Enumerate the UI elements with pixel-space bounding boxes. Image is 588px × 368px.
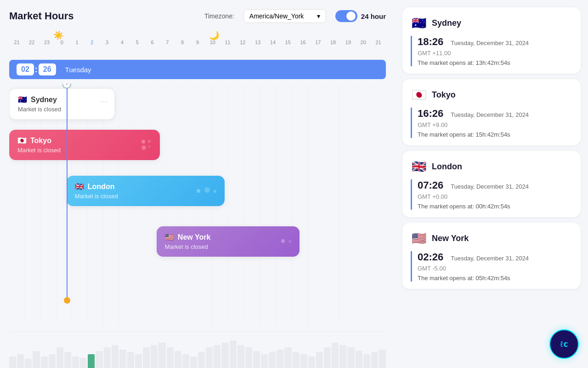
logo-text: ℓc [560,340,568,348]
ruler-hour-16: 13 [250,40,266,45]
chevron-down-icon: ▾ [317,12,320,20]
sydney-decorative: ● ● ● [100,96,107,104]
mic-flag-1: 🇯🇵 [411,86,427,103]
chart-bar-10 [88,354,95,368]
info-card-newyork[interactable]: 🇺🇸 New York 02:26 Tuesday, December 31, … [402,223,581,289]
sydney-status: Market is closed [18,106,106,113]
tokyo-card-title: 🇯🇵 Tokyo [17,136,152,145]
chart-bar-45 [363,354,370,368]
ruler-hour-4: 1 [69,40,85,45]
chart-bar-32 [261,354,268,368]
chart-bar-46 [371,352,378,368]
newyork-status: Market is closed [165,243,292,250]
mic-time-0: 18:26 [418,36,443,48]
chart-bar-14 [119,350,126,368]
grid-line-2 [40,84,56,327]
timezone-select[interactable]: America/New_York ▾ [243,9,326,23]
newyork-name: New York [178,233,210,242]
ruler-hour-1: 22 [24,40,40,45]
ruler-hour-18: 15 [280,40,295,45]
sydney-flag: 🇦🇺 [18,95,27,104]
ruler-hour-15: 12 [235,40,250,45]
clock-icon: 🕐 [62,84,72,89]
chart-bar-4 [41,356,48,368]
chart-bar-39 [316,352,323,368]
market-card-sydney[interactable]: 🇦🇺 Sydney Market is closed ● ● ● [9,88,115,120]
ruler-hour-9: 6 [145,40,160,45]
ruler-numbers: 2122230123456789101112131415161718192021 [9,40,386,45]
chart-bar-43 [347,347,354,368]
mic-time-2: 07:26 [418,179,443,191]
chart-bar-41 [332,343,339,368]
mic-time-row-2: 07:26 Tuesday, December 31, 2024 [418,179,572,191]
london-status: Market is closed [75,193,216,200]
grid-line-21 [339,84,355,327]
grid-line-22 [355,84,370,327]
london-name: London [88,183,115,191]
ruler-hour-0: 21 [9,40,24,45]
ruler-hour-2: 23 [40,40,55,45]
ruler-hour-23: 20 [356,40,371,45]
grid-line-19 [307,84,323,327]
header: Market Hours Timezone: America/New_York … [9,9,386,23]
grid-line-14 [229,84,244,327]
mic-header-2: 🇬🇧 London [411,158,572,175]
mic-opens-2: The market opens at: 00h:42m:54s [418,203,572,210]
tokyo-flag: 🇯🇵 [17,136,27,145]
market-card-london[interactable]: 🇬🇧 London Market is closed [67,176,225,206]
toggle-wrapper: 24 hour [335,10,386,22]
chart-bar-18 [151,345,158,368]
vertical-time-line [67,84,68,304]
mic-header-3: 🇺🇸 New York [411,230,572,247]
mic-opens-1: The market opens at: 15h:42m:54s [418,131,572,138]
mic-gmt-0: GMT +11.00 [418,50,572,57]
info-card-tokyo[interactable]: 🇯🇵 Tokyo 16:26 Tuesday, December 31, 202… [402,79,581,145]
chart-bar-7 [64,352,71,368]
chart-bar-47 [379,350,386,368]
left-panel: Market Hours Timezone: America/New_York … [0,0,395,368]
tokyo-name: Tokyo [30,137,51,145]
chart-bar-16 [135,354,142,368]
ruler-hour-19: 16 [295,40,311,45]
logo-badge: ℓc [549,329,579,359]
chart-bar-28 [230,340,237,368]
mic-gmt-3: GMT -5.00 [418,265,572,272]
grid-line-17 [276,84,292,327]
timezone-value: America/New_York [249,12,304,20]
chart-bar-27 [221,343,228,368]
chart-bar-31 [253,351,260,368]
newyork-decorative [280,237,292,246]
ruler-hour-10: 7 [160,40,175,45]
chart-bar-35 [284,347,291,368]
timezone-label: Timezone: [204,12,234,20]
info-card-london[interactable]: 🇬🇧 London 07:26 Tuesday, December 31, 20… [402,151,581,217]
time-display: 02 : 26 [17,63,56,75]
chart-bar-2 [25,359,32,368]
grid-line-16 [260,84,276,327]
mic-time-3: 02:26 [418,251,443,263]
market-card-tokyo[interactable]: 🇯🇵 Tokyo Market is closed [9,130,160,160]
ruler-hour-12: 9 [190,40,205,45]
mic-details-3: 02:26 Tuesday, December 31, 2024 GMT -5.… [411,251,572,282]
chart-bar-22 [182,354,189,368]
ruler-hour-22: 19 [341,40,356,45]
bottom-chart [9,331,386,368]
tokyo-decorative [141,140,153,150]
mic-name-1: Tokyo [432,90,456,100]
24hour-toggle[interactable] [335,10,357,22]
chart-bar-5 [49,354,56,368]
mic-gmt-1: GMT +9.00 [418,121,572,128]
info-card-sydney[interactable]: 🇦🇺 Sydney 18:26 Tuesday, December 31, 20… [402,7,581,74]
sydney-card-title: 🇦🇺 Sydney [18,95,106,104]
mic-opens-0: The market opens at: 13h:42m:54s [418,59,572,66]
current-time-bar: 02 : 26 Tuesday [9,60,386,79]
grid-line-20 [323,84,339,327]
chart-bar-15 [127,352,134,368]
chart-bar-12 [104,347,111,368]
chart-bar-37 [300,354,307,368]
mic-flag-0: 🇦🇺 [411,15,427,31]
mic-time-row-0: 18:26 Tuesday, December 31, 2024 [418,36,572,48]
chart-bar-0 [9,356,16,368]
chart-bar-44 [356,351,362,368]
market-card-newyork[interactable]: 🇺🇸 New York Market is closed [157,226,300,257]
